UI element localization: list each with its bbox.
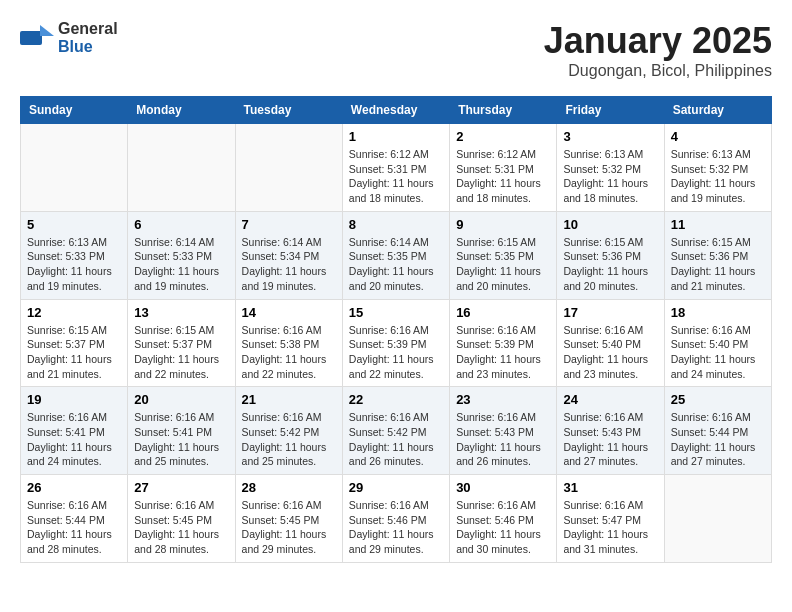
calendar-cell: 19Sunrise: 6:16 AMSunset: 5:41 PMDayligh… [21,387,128,475]
day-number: 27 [134,480,228,495]
day-info: Sunrise: 6:16 AMSunset: 5:43 PMDaylight:… [456,410,550,469]
day-info: Sunrise: 6:13 AMSunset: 5:32 PMDaylight:… [563,147,657,206]
day-info: Sunrise: 6:16 AMSunset: 5:39 PMDaylight:… [349,323,443,382]
svg-marker-1 [40,25,54,36]
day-info: Sunrise: 6:15 AMSunset: 5:37 PMDaylight:… [27,323,121,382]
calendar-week-row: 5Sunrise: 6:13 AMSunset: 5:33 PMDaylight… [21,211,772,299]
day-number: 18 [671,305,765,320]
col-header-tuesday: Tuesday [235,97,342,124]
day-number: 15 [349,305,443,320]
calendar-week-row: 12Sunrise: 6:15 AMSunset: 5:37 PMDayligh… [21,299,772,387]
day-number: 4 [671,129,765,144]
calendar-cell: 2Sunrise: 6:12 AMSunset: 5:31 PMDaylight… [450,124,557,212]
day-info: Sunrise: 6:16 AMSunset: 5:47 PMDaylight:… [563,498,657,557]
logo-blue: Blue [58,38,93,55]
day-info: Sunrise: 6:14 AMSunset: 5:33 PMDaylight:… [134,235,228,294]
day-info: Sunrise: 6:16 AMSunset: 5:45 PMDaylight:… [134,498,228,557]
day-info: Sunrise: 6:15 AMSunset: 5:36 PMDaylight:… [563,235,657,294]
day-number: 2 [456,129,550,144]
day-number: 1 [349,129,443,144]
col-header-monday: Monday [128,97,235,124]
day-number: 8 [349,217,443,232]
header: General Blue January 2025 Dugongan, Bico… [20,20,772,80]
day-number: 11 [671,217,765,232]
day-number: 6 [134,217,228,232]
calendar-cell: 25Sunrise: 6:16 AMSunset: 5:44 PMDayligh… [664,387,771,475]
calendar-week-row: 19Sunrise: 6:16 AMSunset: 5:41 PMDayligh… [21,387,772,475]
calendar-cell: 8Sunrise: 6:14 AMSunset: 5:35 PMDaylight… [342,211,449,299]
day-number: 17 [563,305,657,320]
calendar-cell: 6Sunrise: 6:14 AMSunset: 5:33 PMDaylight… [128,211,235,299]
calendar-cell: 11Sunrise: 6:15 AMSunset: 5:36 PMDayligh… [664,211,771,299]
calendar-cell: 29Sunrise: 6:16 AMSunset: 5:46 PMDayligh… [342,475,449,563]
svg-rect-0 [20,31,42,45]
day-number: 23 [456,392,550,407]
calendar-cell: 26Sunrise: 6:16 AMSunset: 5:44 PMDayligh… [21,475,128,563]
calendar-cell: 10Sunrise: 6:15 AMSunset: 5:36 PMDayligh… [557,211,664,299]
day-info: Sunrise: 6:16 AMSunset: 5:44 PMDaylight:… [671,410,765,469]
day-number: 10 [563,217,657,232]
page-container: General Blue January 2025 Dugongan, Bico… [0,0,792,573]
logo-icon [20,25,54,51]
day-number: 9 [456,217,550,232]
calendar-cell: 12Sunrise: 6:15 AMSunset: 5:37 PMDayligh… [21,299,128,387]
day-info: Sunrise: 6:16 AMSunset: 5:44 PMDaylight:… [27,498,121,557]
day-number: 5 [27,217,121,232]
calendar-cell: 27Sunrise: 6:16 AMSunset: 5:45 PMDayligh… [128,475,235,563]
day-info: Sunrise: 6:12 AMSunset: 5:31 PMDaylight:… [456,147,550,206]
calendar-cell: 4Sunrise: 6:13 AMSunset: 5:32 PMDaylight… [664,124,771,212]
day-number: 28 [242,480,336,495]
calendar-week-row: 1Sunrise: 6:12 AMSunset: 5:31 PMDaylight… [21,124,772,212]
calendar-cell: 7Sunrise: 6:14 AMSunset: 5:34 PMDaylight… [235,211,342,299]
day-info: Sunrise: 6:16 AMSunset: 5:38 PMDaylight:… [242,323,336,382]
day-info: Sunrise: 6:15 AMSunset: 5:37 PMDaylight:… [134,323,228,382]
day-info: Sunrise: 6:12 AMSunset: 5:31 PMDaylight:… [349,147,443,206]
calendar-cell: 17Sunrise: 6:16 AMSunset: 5:40 PMDayligh… [557,299,664,387]
day-number: 12 [27,305,121,320]
day-number: 20 [134,392,228,407]
calendar-cell: 1Sunrise: 6:12 AMSunset: 5:31 PMDaylight… [342,124,449,212]
calendar-cell: 13Sunrise: 6:15 AMSunset: 5:37 PMDayligh… [128,299,235,387]
calendar-cell: 22Sunrise: 6:16 AMSunset: 5:42 PMDayligh… [342,387,449,475]
calendar-cell: 9Sunrise: 6:15 AMSunset: 5:35 PMDaylight… [450,211,557,299]
day-number: 31 [563,480,657,495]
calendar-cell: 21Sunrise: 6:16 AMSunset: 5:42 PMDayligh… [235,387,342,475]
day-info: Sunrise: 6:16 AMSunset: 5:46 PMDaylight:… [456,498,550,557]
month-title: January 2025 [544,20,772,62]
col-header-thursday: Thursday [450,97,557,124]
day-number: 25 [671,392,765,407]
day-info: Sunrise: 6:16 AMSunset: 5:46 PMDaylight:… [349,498,443,557]
calendar-table: SundayMondayTuesdayWednesdayThursdayFrid… [20,96,772,563]
day-number: 14 [242,305,336,320]
day-info: Sunrise: 6:14 AMSunset: 5:35 PMDaylight:… [349,235,443,294]
day-number: 24 [563,392,657,407]
day-info: Sunrise: 6:14 AMSunset: 5:34 PMDaylight:… [242,235,336,294]
col-header-sunday: Sunday [21,97,128,124]
calendar-cell: 14Sunrise: 6:16 AMSunset: 5:38 PMDayligh… [235,299,342,387]
calendar-cell: 24Sunrise: 6:16 AMSunset: 5:43 PMDayligh… [557,387,664,475]
day-info: Sunrise: 6:15 AMSunset: 5:36 PMDaylight:… [671,235,765,294]
col-header-wednesday: Wednesday [342,97,449,124]
calendar-cell: 3Sunrise: 6:13 AMSunset: 5:32 PMDaylight… [557,124,664,212]
day-info: Sunrise: 6:15 AMSunset: 5:35 PMDaylight:… [456,235,550,294]
calendar-cell: 28Sunrise: 6:16 AMSunset: 5:45 PMDayligh… [235,475,342,563]
calendar-cell [235,124,342,212]
calendar-cell: 30Sunrise: 6:16 AMSunset: 5:46 PMDayligh… [450,475,557,563]
day-number: 19 [27,392,121,407]
location-title: Dugongan, Bicol, Philippines [544,62,772,80]
day-info: Sunrise: 6:16 AMSunset: 5:40 PMDaylight:… [671,323,765,382]
col-header-saturday: Saturday [664,97,771,124]
day-number: 3 [563,129,657,144]
day-info: Sunrise: 6:16 AMSunset: 5:45 PMDaylight:… [242,498,336,557]
title-block: January 2025 Dugongan, Bicol, Philippine… [544,20,772,80]
day-number: 26 [27,480,121,495]
day-number: 13 [134,305,228,320]
logo: General Blue [20,20,118,56]
col-header-friday: Friday [557,97,664,124]
day-number: 16 [456,305,550,320]
day-info: Sunrise: 6:13 AMSunset: 5:33 PMDaylight:… [27,235,121,294]
logo-general: General [58,20,118,37]
day-info: Sunrise: 6:16 AMSunset: 5:42 PMDaylight:… [242,410,336,469]
day-number: 30 [456,480,550,495]
calendar-cell [21,124,128,212]
